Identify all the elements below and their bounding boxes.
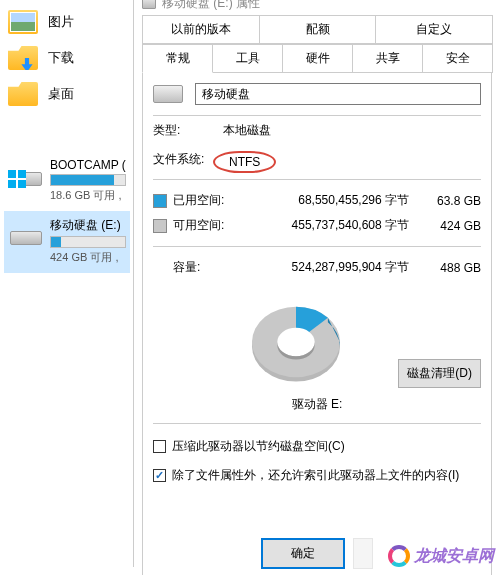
index-checkbox-row[interactable]: 除了文件属性外，还允许索引此驱动器上文件的内容(I) [153,461,481,490]
compress-label: 压缩此驱动器以节约磁盘空间(C) [172,438,345,455]
drive-name: BOOTCAMP ( [50,158,126,172]
ok-button[interactable]: 确定 [261,538,345,569]
capacity-gb: 488 GB [431,261,481,275]
used-swatch-icon [153,194,167,208]
dialog-title: 移动硬盘 (E:) 属性 [162,0,260,12]
drive-subtext: 424 GB 可用 , [50,250,126,265]
used-label: 已用空间: [173,192,224,209]
windows-drive-icon [10,158,42,186]
nav-label: 桌面 [48,85,74,103]
tab-customize[interactable]: 自定义 [375,15,493,44]
tabs-row-bottom: 常规 工具 硬件 共享 安全 [134,44,500,73]
free-swatch-icon [153,219,167,233]
pictures-folder-icon [8,10,38,34]
checkbox-icon [153,440,166,453]
drive-name: 移动硬盘 (E:) [50,217,126,234]
nav-pictures[interactable]: 图片 [4,4,130,40]
free-bytes: 455,737,540,608 字节 [292,217,409,234]
tab-sharing[interactable]: 共享 [352,44,423,73]
tab-security[interactable]: 安全 [422,44,493,73]
tab-tools[interactable]: 工具 [212,44,283,73]
watermark-text: 龙城安卓网 [414,546,494,567]
tab-hardware[interactable]: 硬件 [282,44,353,73]
downloads-folder-icon [8,46,38,70]
properties-dialog: 移动硬盘 (E:) 属性 以前的版本 配额 自定义 常规 工具 硬件 共享 安全… [133,0,500,567]
filesystem-value: NTFS [213,151,276,173]
nav-label: 图片 [48,13,74,31]
explorer-sidebar: 图片 下载 桌面 BOOTCAMP ( 18.6 GB 可用 , 移动硬盘 (E… [0,0,130,575]
drive-icon [153,85,183,103]
dialog-titlebar[interactable]: 移动硬盘 (E:) 属性 [134,0,500,15]
drive-name-input[interactable] [195,83,481,105]
drive-item-removable[interactable]: 移动硬盘 (E:) 424 GB 可用 , [4,211,130,273]
drive-list: BOOTCAMP ( 18.6 GB 可用 , 移动硬盘 (E:) 424 GB… [4,152,130,273]
checkbox-checked-icon [153,469,166,482]
watermark-logo-icon [386,543,412,569]
free-gb: 424 GB [431,219,481,233]
compress-checkbox-row[interactable]: 压缩此驱动器以节约磁盘空间(C) [153,432,481,461]
free-label: 可用空间: [173,217,224,234]
drive-subtext: 18.6 GB 可用 , [50,188,126,203]
tab-quota[interactable]: 配额 [259,15,377,44]
hdd-drive-icon [10,217,42,245]
capacity-bar [50,174,126,186]
used-gb: 63.8 GB [431,194,481,208]
nav-label: 下载 [48,49,74,67]
desktop-folder-icon [8,82,38,106]
svg-point-2 [278,328,315,357]
tab-general[interactable]: 常规 [142,44,213,73]
capacity-bar [50,236,126,248]
disk-cleanup-button[interactable]: 磁盘清理(D) [398,359,481,388]
nav-desktop[interactable]: 桌面 [4,76,130,112]
drive-icon [142,0,156,9]
tab-panel-general: 类型: 本地磁盘 文件系统: NTFS 已用空间: 68,550,455,296… [142,73,492,575]
drive-letter-label: 驱动器 E: [153,392,481,424]
index-label: 除了文件属性外，还允许索引此驱动器上文件的内容(I) [172,467,459,484]
capacity-bytes: 524,287,995,904 字节 [292,259,409,276]
drive-item-bootcamp[interactable]: BOOTCAMP ( 18.6 GB 可用 , [4,152,130,211]
type-label: 类型: [153,122,223,139]
watermark: 龙城安卓网 [386,543,494,569]
tabs-row-top: 以前的版本 配额 自定义 [134,15,500,44]
capacity-label: 容量: [173,259,200,276]
cancel-button[interactable] [353,538,373,569]
used-bytes: 68,550,455,296 字节 [298,192,409,209]
tab-previous-versions[interactable]: 以前的版本 [142,15,260,44]
usage-donut-chart [241,298,351,388]
nav-downloads[interactable]: 下载 [4,40,130,76]
type-value: 本地磁盘 [223,122,271,139]
